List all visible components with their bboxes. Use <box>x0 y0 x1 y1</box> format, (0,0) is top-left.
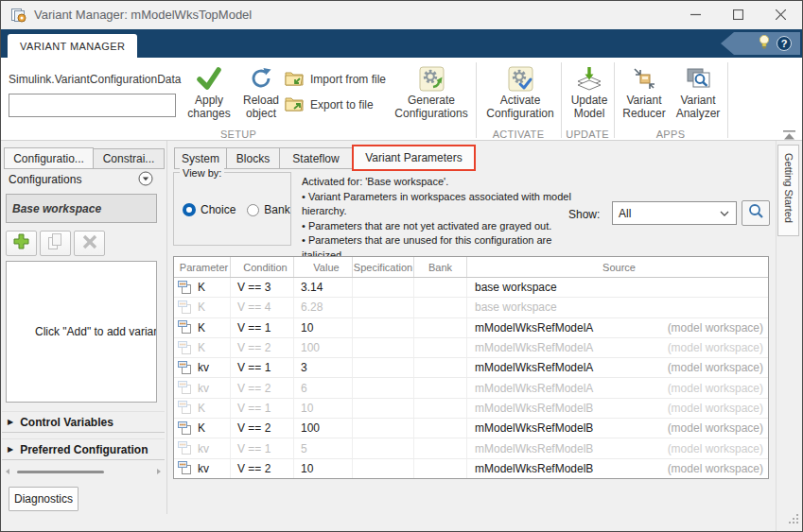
source-cell: mModelWksRefModelB(model workspace) <box>467 399 768 418</box>
condition-cell: V == 2 <box>231 419 294 438</box>
export-to-file-button[interactable]: Export to file <box>285 95 386 114</box>
apply-changes-label: Apply changes <box>182 94 236 120</box>
scroll-left-icon[interactable] <box>4 468 11 475</box>
section-control-variables[interactable]: ▶ Control Variables <box>2 411 165 433</box>
table-row[interactable]: KV == 46.28base workspace <box>174 298 768 317</box>
parameter-icon <box>178 421 192 436</box>
apply-changes-button[interactable]: Apply changes <box>182 63 236 120</box>
specification-cell <box>353 318 414 337</box>
hscrollbar-thumb[interactable] <box>17 471 104 473</box>
activate-configuration-icon <box>508 63 533 94</box>
scroll-right-icon[interactable] <box>155 468 163 475</box>
tab-blocks[interactable]: Blocks <box>226 147 280 169</box>
variant-analyzer-button[interactable]: Variant Analyzer <box>671 63 725 120</box>
workspace-item-base-workspace[interactable]: Base workspace <box>6 194 157 223</box>
parameter-icon <box>178 281 192 295</box>
bank-cell <box>414 358 467 377</box>
maximize-button[interactable] <box>717 1 759 28</box>
import-from-file-button[interactable]: Import from file <box>285 70 386 89</box>
source-cell: base workspace <box>467 298 768 317</box>
lightbulb-icon[interactable] <box>759 34 770 54</box>
activate-configuration-button[interactable]: Activate Configuration <box>480 63 561 120</box>
column-header-specification[interactable]: Specification <box>353 257 414 277</box>
tab-getting-started[interactable]: Getting Started <box>777 145 799 236</box>
close-button[interactable] <box>759 1 802 28</box>
source-name: mModelWksRefModelA <box>475 361 593 374</box>
add-configuration-button[interactable] <box>6 231 37 256</box>
show-select[interactable]: All <box>612 201 737 225</box>
radio-bank[interactable]: Bank <box>247 203 289 216</box>
minimize-button[interactable] <box>674 1 717 28</box>
source-name: mModelWksRefModelA <box>475 341 593 354</box>
update-model-button[interactable]: Update Model <box>565 63 614 120</box>
left-panel-hscrollbar[interactable] <box>2 465 165 478</box>
delete-configuration-button[interactable] <box>74 231 105 256</box>
section-preferred-configuration[interactable]: ▶ Preferred Configuration <box>2 438 165 460</box>
parameter-name: K <box>198 321 205 335</box>
specification-cell <box>353 338 414 357</box>
table-row[interactable]: KV == 2100mModelWksRefModelB(model works… <box>174 419 768 438</box>
parameter-name: K <box>198 402 205 415</box>
column-header-condition[interactable]: Condition <box>231 257 294 277</box>
radio-choice-circle[interactable] <box>183 203 196 216</box>
config-data-input[interactable] <box>9 94 176 117</box>
table-row[interactable]: kvV == 13mModelWksRefModelA(model worksp… <box>174 358 768 378</box>
tab-configurations[interactable]: Configuratio... <box>4 147 94 169</box>
toolbar-separator <box>614 62 615 138</box>
specification-cell <box>353 399 414 418</box>
tab-variant-manager[interactable]: VARIANT MANAGER <box>8 34 137 58</box>
table-row[interactable]: kvV == 210mModelWksRefModelB(model works… <box>174 459 768 478</box>
diagnostics-label: Diagnostics <box>14 492 73 506</box>
parameter-icon <box>178 320 192 335</box>
tab-stateflow[interactable]: Stateflow <box>279 147 353 169</box>
help-icon[interactable]: ? <box>777 36 792 51</box>
diagnostics-button[interactable]: Diagnostics <box>9 487 79 511</box>
search-button[interactable] <box>742 200 770 226</box>
radio-choice[interactable]: Choice <box>183 203 236 216</box>
radio-bank-circle[interactable] <box>247 204 259 216</box>
radio-bank-label: Bank <box>264 203 289 216</box>
table-header-row: ParameterConditionValueSpecificationBank… <box>174 257 768 278</box>
import-folder-icon <box>285 70 304 89</box>
table-row[interactable]: KV == 110mModelWksRefModelA(model worksp… <box>174 318 768 338</box>
parameter-icon <box>178 461 192 475</box>
variant-configurations-list[interactable]: Click "Add" to add variant co <box>6 261 157 403</box>
tab-variant-parameters-label: Variant Parameters <box>365 151 463 164</box>
tab-system[interactable]: System <box>174 147 227 169</box>
copy-icon <box>47 232 63 254</box>
variant-manager-window: Variant Manager: mModelWksTopModel VARIA… <box>0 0 803 532</box>
specification-cell <box>353 438 414 457</box>
table-row[interactable]: kvV == 26mModelWksRefModelA(model worksp… <box>174 378 768 398</box>
source-workspace-note: (model workspace) <box>668 341 763 354</box>
column-header-value[interactable]: Value <box>294 257 353 277</box>
table-row[interactable]: KV == 110mModelWksRefModelB(model worksp… <box>174 399 768 419</box>
parameter-name: kv <box>198 442 209 455</box>
bank-cell <box>414 378 467 397</box>
resize-grip[interactable] <box>789 511 799 528</box>
source-name: base workspace <box>475 281 557 294</box>
tab-variant-parameters[interactable]: Variant Parameters <box>352 145 476 171</box>
panel-splitter[interactable] <box>166 141 167 514</box>
configurations-menu-icon[interactable] <box>138 171 153 190</box>
source-cell: mModelWksRefModelA(model workspace) <box>467 358 768 377</box>
column-header-parameter[interactable]: Parameter <box>174 257 231 277</box>
apply-check-icon <box>196 63 222 94</box>
column-header-bank[interactable]: Bank <box>414 257 467 277</box>
specification-cell <box>353 459 414 478</box>
specification-cell <box>353 378 414 397</box>
table-row[interactable]: kvV == 15mModelWksRefModelB(model worksp… <box>174 438 768 458</box>
variant-analyzer-label: Variant Analyzer <box>671 94 725 120</box>
table-row[interactable]: KV == 2100mModelWksRefModelA(model works… <box>174 338 768 358</box>
info-bullet: • Variant Parameters in workspaces assoc… <box>302 190 587 219</box>
reload-object-button[interactable]: Reload object <box>236 63 286 120</box>
tab-constraints[interactable]: Constrai... <box>93 148 165 169</box>
export-to-file-label: Export to file <box>310 98 374 112</box>
tab-configurations-label: Configuratio... <box>13 152 84 165</box>
copy-configuration-button[interactable] <box>40 231 71 256</box>
section-label-apps: APPS <box>614 129 727 140</box>
column-header-source[interactable]: Source <box>467 257 768 277</box>
parameter-name: K <box>198 341 205 354</box>
variant-reducer-button[interactable]: Variant Reducer <box>618 63 671 120</box>
table-row[interactable]: KV == 33.14base workspace <box>174 278 768 298</box>
generate-configurations-button[interactable]: Generate Configurations <box>389 63 474 120</box>
